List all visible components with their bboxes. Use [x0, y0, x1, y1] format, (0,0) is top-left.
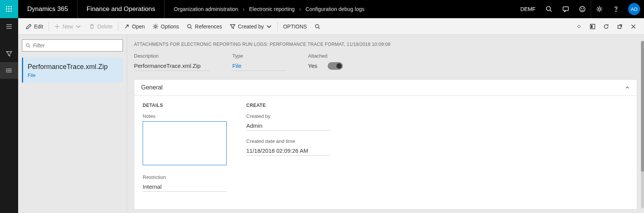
svg-point-12 — [580, 6, 585, 12]
content-split: PerformanceTrace.xml.Zip File ATTACHMENT… — [18, 35, 644, 213]
delete-button[interactable]: Delete — [85, 18, 116, 35]
settings-button[interactable] — [591, 0, 608, 18]
options-button[interactable]: Options — [149, 18, 183, 35]
svg-point-15 — [598, 8, 600, 10]
type-value[interactable]: File — [232, 62, 285, 71]
attach-button[interactable] — [572, 18, 586, 35]
action-bar-right — [572, 18, 640, 35]
attached-toggle[interactable] — [328, 62, 343, 70]
svg-point-24 — [6, 70, 7, 71]
panel-header[interactable]: General — [134, 80, 637, 96]
funnel-icon — [6, 50, 12, 57]
svg-line-10 — [550, 10, 552, 12]
pencil-icon — [26, 23, 32, 30]
svg-rect-4 — [8, 8, 9, 9]
open-label: Open — [132, 23, 145, 30]
field-label: Restriction — [143, 174, 227, 180]
filter-box[interactable] — [22, 39, 123, 52]
delete-label: Delete — [97, 23, 112, 30]
attached-value: Yes — [308, 62, 317, 70]
search-icon — [25, 43, 31, 48]
description-value[interactable]: PerformanceTrace.xml.Zip — [134, 62, 210, 71]
svg-point-28 — [154, 25, 156, 27]
edit-button[interactable]: Edit — [22, 18, 47, 35]
list-button[interactable] — [0, 62, 18, 79]
popout-button[interactable] — [613, 18, 627, 35]
separator — [277, 22, 278, 31]
help-icon — [613, 6, 619, 13]
feedback-button[interactable] — [574, 0, 591, 18]
app-launcher-button[interactable] — [0, 0, 18, 18]
list-item-title: PerformanceTrace.xml.Zip — [28, 63, 118, 71]
plus-icon — [54, 23, 60, 30]
refresh-button[interactable] — [599, 18, 613, 35]
user-avatar[interactable]: AD — [628, 3, 640, 15]
description-field: Description PerformanceTrace.xml.Zip — [134, 53, 210, 71]
general-panel: General DETAILS Notes Restriction Intern… — [134, 79, 637, 210]
filter-button[interactable] — [0, 45, 18, 62]
svg-point-25 — [6, 72, 7, 72]
hamburger-button[interactable] — [0, 18, 18, 35]
detail-pane: ATTACHMENTS FOR ELECTRONIC REPORTING RUN… — [127, 35, 644, 213]
list-item[interactable]: PerformanceTrace.xml.Zip File — [22, 58, 123, 83]
app-title: Finance and Operations — [78, 5, 164, 13]
svg-point-38 — [26, 44, 29, 47]
action-bar: Edit New Delete Open Options — [18, 18, 644, 35]
filter-input[interactable] — [33, 42, 120, 49]
header-right: DEMF AD — [515, 0, 644, 18]
close-button[interactable] — [627, 18, 640, 35]
separator — [118, 22, 118, 31]
toggle-knob — [336, 63, 342, 69]
breadcrumb: Organization administration › Electronic… — [165, 6, 367, 12]
chevron-down-icon — [75, 23, 81, 30]
svg-rect-5 — [11, 8, 12, 9]
createdby-filter-button[interactable]: Created by — [226, 18, 276, 35]
group-heading: DETAILS — [143, 103, 227, 108]
options-tab[interactable]: OPTIONS — [279, 18, 311, 35]
svg-point-9 — [546, 6, 551, 11]
search-action-button[interactable] — [311, 18, 324, 35]
breadcrumb-item[interactable]: Electronic reporting — [247, 6, 297, 12]
trash-icon — [89, 23, 95, 30]
breadcrumb-item[interactable]: Organization administration — [171, 6, 240, 12]
main-area: Edit New Delete Open Options — [18, 18, 644, 213]
search-icon — [314, 23, 320, 30]
svg-point-14 — [583, 8, 583, 9]
new-button[interactable]: New — [50, 18, 85, 35]
type-field: Type File — [232, 53, 285, 71]
open-button[interactable]: Open — [120, 18, 149, 35]
svg-rect-7 — [8, 11, 9, 12]
link-icon — [576, 23, 582, 30]
messages-button[interactable] — [557, 0, 574, 18]
breadcrumb-item[interactable]: Configuration debug logs — [303, 6, 367, 12]
options-label: Options — [161, 23, 179, 30]
arrow-upright-icon — [124, 23, 130, 30]
message-icon — [562, 6, 569, 13]
field-label: Type — [232, 53, 285, 59]
legal-entity[interactable]: DEMF — [515, 6, 541, 12]
gear-icon — [152, 23, 159, 30]
createddate-value: 11/18/2018 02:09:26 AM — [246, 146, 330, 156]
help-button[interactable] — [608, 0, 624, 18]
svg-line-39 — [29, 47, 30, 48]
office-icon — [590, 23, 596, 30]
search-button[interactable] — [541, 0, 557, 18]
svg-point-23 — [6, 69, 7, 69]
references-button[interactable]: References — [183, 18, 226, 35]
panel-body: DETAILS Notes Restriction Internal CREAT… — [134, 96, 637, 209]
list-item-subtitle: File — [28, 72, 118, 78]
popout-icon — [617, 23, 623, 30]
svg-rect-6 — [6, 11, 7, 12]
scrollbar[interactable] — [641, 41, 644, 208]
scrollbar-thumb[interactable] — [641, 41, 644, 172]
field-label: Attached — [308, 53, 343, 59]
office-button[interactable] — [586, 18, 599, 35]
svg-rect-3 — [6, 8, 7, 9]
notes-textarea[interactable] — [143, 121, 227, 165]
restriction-value[interactable]: Internal — [143, 182, 227, 192]
attached-field: Attached Yes — [308, 53, 343, 71]
createdby-label: Created by — [238, 23, 264, 30]
separator — [48, 22, 49, 31]
header-field-row: Description PerformanceTrace.xml.Zip Typ… — [134, 53, 641, 71]
close-icon — [630, 23, 636, 30]
